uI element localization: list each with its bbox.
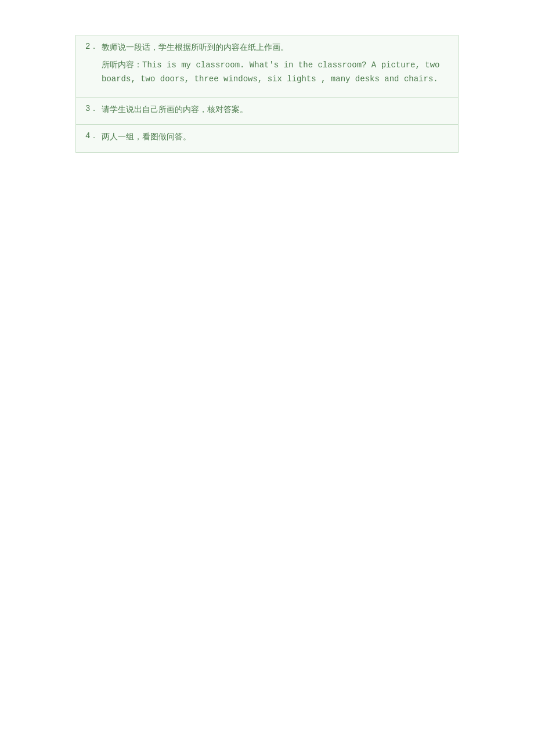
item-2-text: 教师说一段话，学生根据所听到的内容在纸上作画。	[102, 41, 288, 54]
item-2-number: 2．	[85, 41, 102, 52]
item-4-number: 4．	[85, 131, 102, 141]
item-3-block: 3． 请学生说出自己所画的内容，核对答案。	[76, 97, 458, 124]
content-section: 2． 教师说一段话，学生根据所听到的内容在纸上作画。 所听内容：This is …	[75, 35, 459, 153]
listening-text: This is my classroom. What's in the clas…	[102, 60, 439, 84]
item-4-text: 两人一组，看图做问答。	[102, 131, 191, 143]
listening-label: 所听内容：	[102, 60, 142, 70]
item-2-row: 2． 教师说一段话，学生根据所听到的内容在纸上作画。	[85, 41, 449, 54]
item-3-text: 请学生说出自己所画的内容，核对答案。	[102, 103, 248, 116]
item-2-block: 2． 教师说一段话，学生根据所听到的内容在纸上作画。 所听内容：This is …	[76, 35, 458, 97]
listening-content: 所听内容：This is my classroom. What's in the…	[85, 59, 449, 87]
item-3-row: 3． 请学生说出自己所画的内容，核对答案。	[85, 103, 449, 116]
item-4-row: 4． 两人一组，看图做问答。	[85, 131, 449, 143]
page-container: 2． 教师说一段话，学生根据所听到的内容在纸上作画。 所听内容：This is …	[0, 0, 534, 756]
item-3-number: 3．	[85, 103, 102, 114]
item-4-block: 4． 两人一组，看图做问答。	[76, 124, 458, 152]
